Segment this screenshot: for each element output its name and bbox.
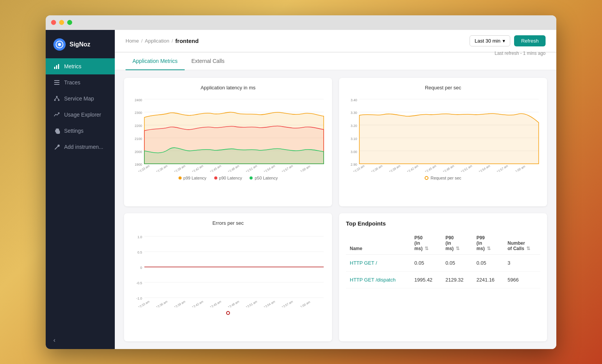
breadcrumb-home[interactable]: Home [126, 38, 139, 44]
endpoint-p90-2: 2129.32 [442, 272, 473, 288]
legend-p90: p90 Latency [214, 176, 242, 180]
svg-text:-1.0: -1.0 [136, 296, 142, 300]
svg-text:0: 0 [140, 266, 142, 270]
sidebar-item-settings[interactable]: Settings [46, 123, 115, 139]
svg-text:2100: 2100 [135, 137, 142, 140]
latency-chart-legend: p99 Latency p90 Latency p50 Latency [131, 176, 325, 180]
endpoints-table: Name P50(inms) ⇅ P90(inms) ⇅ [346, 232, 540, 288]
sidebar-item-add-instrument-label: Add instrumen... [64, 144, 103, 150]
latency-chart-svg: 2400 2300 2200 2100 2000 1900 [131, 95, 325, 172]
sidebar-item-metrics[interactable]: Metrics [46, 58, 115, 74]
svg-text:12:57 am: 12:57 am [281, 300, 294, 307]
legend-p99-dot [179, 176, 182, 180]
table-row: HTTP GET /dispatch 1995.42 2129.32 2241.… [346, 272, 540, 288]
logo-icon [53, 38, 66, 51]
endpoint-link-2[interactable]: HTTP GET /dispatch [350, 277, 395, 283]
list-icon [53, 79, 60, 86]
svg-text:0.5: 0.5 [137, 250, 142, 254]
sidebar-item-traces-label: Traces [64, 79, 80, 86]
topbar-area: Home / Application / frontend Last 30 mi… [115, 30, 556, 53]
endpoint-link-1[interactable]: HTTP GET / [350, 260, 377, 266]
svg-text:3.00: 3.00 [351, 150, 357, 153]
sidebar-item-usage-label: Usage Explorer [64, 112, 101, 118]
table-body: HTTP GET / 0.05 0.05 0.05 3 HTTP GET /di… [346, 255, 540, 288]
sidebar-collapse-button[interactable]: ‹ [46, 331, 115, 349]
svg-text:1:00 am: 1:00 am [515, 164, 526, 171]
svg-rect-6 [54, 82, 60, 83]
svg-text:12:51 am: 12:51 am [460, 164, 473, 171]
svg-text:12:57 am: 12:57 am [496, 164, 509, 171]
tab-external-calls[interactable]: External Calls [185, 53, 232, 70]
refresh-button[interactable]: Refresh [514, 35, 546, 46]
requests-chart-svg: 3.40 3.30 3.20 3.10 3.00 2.90 [346, 95, 540, 172]
endpoint-p50-1: 0.05 [410, 255, 442, 272]
sidebar-item-metrics-label: Metrics [64, 63, 81, 69]
titlebar [46, 15, 556, 30]
latency-chart-title: Application latency in ms [131, 85, 325, 91]
svg-text:12:54 am: 12:54 am [263, 164, 276, 171]
svg-text:12:42 am: 12:42 am [192, 164, 204, 171]
sidebar-logo: SigNoz [46, 34, 115, 58]
svg-text:12:42 am: 12:42 am [192, 300, 204, 307]
svg-text:12:51 am: 12:51 am [245, 164, 258, 171]
sidebar-item-usage-explorer[interactable]: Usage Explorer [46, 107, 115, 123]
legend-p90-dot [214, 176, 217, 180]
col-p50[interactable]: P50(inms) ⇅ [410, 232, 442, 255]
svg-text:12:39 am: 12:39 am [174, 300, 186, 307]
svg-text:12:48 am: 12:48 am [442, 164, 455, 171]
chart-icon [53, 63, 60, 70]
legend-p50-dot [250, 176, 253, 180]
svg-text:2200: 2200 [135, 124, 142, 127]
svg-text:3.40: 3.40 [351, 98, 357, 102]
requests-chart-area: 3.40 3.30 3.20 3.10 3.00 2.90 [346, 95, 540, 172]
sidebar-item-traces[interactable]: Traces [46, 74, 115, 91]
col-p99[interactable]: P99(inms) ⇅ [473, 232, 504, 255]
topbar-right: Last 30 min ▾ Refresh [470, 35, 546, 46]
sort-calls-icon: ⇅ [526, 246, 530, 251]
svg-point-10 [58, 99, 60, 101]
gear-icon [53, 127, 60, 134]
sidebar-item-service-map-label: Service Map [64, 96, 94, 102]
svg-text:12:48 am: 12:48 am [227, 164, 240, 171]
endpoint-name-1: HTTP GET / [346, 255, 410, 272]
svg-rect-5 [54, 80, 60, 81]
close-dot[interactable] [51, 20, 56, 25]
svg-text:3.20: 3.20 [351, 124, 357, 127]
sidebar-item-add-instrument[interactable]: Add instrumen... [46, 139, 115, 155]
legend-rps-dot [425, 176, 428, 180]
col-calls[interactable]: Numberof Calls ⇅ [504, 232, 540, 255]
endpoint-calls-2: 5966 [504, 272, 540, 288]
top-endpoints-title: Top Endpoints [346, 220, 540, 227]
svg-text:3.30: 3.30 [351, 111, 357, 115]
requests-chart-legend: Request per sec [346, 176, 540, 180]
breadcrumb-application[interactable]: Application [145, 38, 169, 44]
sidebar-item-service-map[interactable]: Service Map [46, 91, 115, 107]
svg-text:12:42 am: 12:42 am [407, 164, 419, 171]
svg-point-1 [58, 43, 61, 46]
latency-chart-area: 2400 2300 2200 2100 2000 1900 [131, 95, 325, 172]
svg-rect-3 [56, 65, 57, 69]
breadcrumb: Home / Application / frontend [126, 38, 198, 44]
topbar: Home / Application / frontend Last 30 mi… [115, 30, 556, 52]
sort-p90-icon: ⇅ [456, 246, 460, 251]
time-select[interactable]: Last 30 min ▾ [470, 35, 510, 46]
endpoint-calls-1: 3 [504, 255, 540, 272]
errors-chart-card: Errors per sec 1.0 0.5 0 -0.5 -1.0 [124, 213, 332, 341]
sort-p99-icon: ⇅ [487, 246, 491, 251]
chevron-down-icon: ▾ [503, 38, 505, 44]
errors-chart-legend [131, 311, 325, 315]
endpoint-name-2: HTTP GET /dispatch [346, 272, 410, 288]
svg-text:12:36 am: 12:36 am [370, 164, 383, 171]
main-content: Home / Application / frontend Last 30 mi… [115, 30, 556, 349]
content-area: Application latency in ms 2400 2300 2200… [115, 70, 556, 349]
svg-text:12:51 am: 12:51 am [245, 300, 258, 307]
tab-app-metrics[interactable]: Application Metrics [126, 53, 185, 70]
minimize-dot[interactable] [59, 20, 64, 25]
svg-text:-0.5: -0.5 [136, 281, 142, 285]
col-p90[interactable]: P90(inms) ⇅ [442, 232, 473, 255]
table-row: HTTP GET / 0.05 0.05 0.05 3 [346, 255, 540, 272]
svg-text:12:36 am: 12:36 am [155, 164, 168, 171]
time-select-label: Last 30 min [475, 38, 500, 44]
svg-text:1:00 am: 1:00 am [300, 300, 311, 307]
maximize-dot[interactable] [67, 20, 72, 25]
